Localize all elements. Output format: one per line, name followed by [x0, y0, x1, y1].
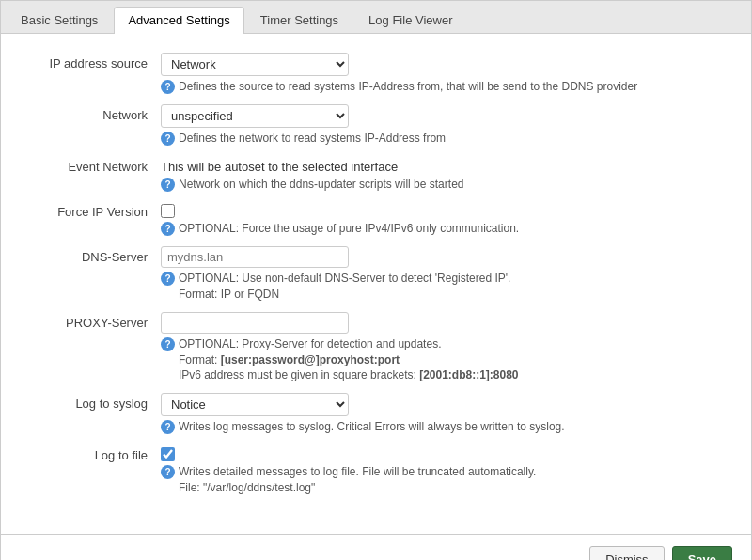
proxy-server-label: PROXY-Server [29, 312, 161, 330]
dns-server-help-text: OPTIONAL: Use non-default DNS-Server to … [179, 271, 510, 303]
content-area: IP address source Network Interface Exte… [1, 34, 751, 524]
force-ip-version-control: ? OPTIONAL: Force the usage of pure IPv4… [161, 201, 723, 237]
log-to-syslog-label: Log to syslog [29, 393, 161, 411]
proxy-server-format-value: [user:password@]proxyhost:port [221, 353, 400, 366]
main-window: Basic Settings Advanced Settings Timer S… [0, 0, 752, 560]
log-to-file-help-icon: ? [161, 465, 175, 479]
log-to-syslog-help-icon: ? [161, 420, 175, 434]
dns-server-row: DNS-Server ? OPTIONAL: Use non-default D… [29, 246, 723, 303]
network-row: Network unspecified ? Defines the networ… [29, 104, 723, 147]
proxy-server-format-prefix: Format: [179, 353, 221, 366]
network-help-text: Defines the network to read systems IP-A… [179, 131, 446, 147]
log-to-file-checkbox[interactable] [161, 447, 175, 461]
event-network-help-icon: ? [161, 178, 175, 192]
ip-address-source-row: IP address source Network Interface Exte… [29, 53, 723, 95]
tab-logfile[interactable]: Log File Viewer [354, 7, 466, 33]
proxy-server-ipv6-prefix: IPv6 address must be given in square bra… [179, 368, 419, 381]
force-ip-version-row: Force IP Version ? OPTIONAL: Force the u… [29, 201, 723, 237]
proxy-server-help-line1: OPTIONAL: Proxy-Server for detection and… [179, 336, 519, 352]
proxy-server-help-line2: Format: [user:password@]proxyhost:port [179, 352, 519, 368]
dns-server-help: ? OPTIONAL: Use non-default DNS-Server t… [161, 271, 723, 303]
footer: Dismiss Save [1, 534, 751, 560]
dns-server-label: DNS-Server [29, 246, 161, 264]
ip-address-source-select[interactable]: Network Interface External [161, 53, 349, 76]
save-button[interactable]: Save [672, 546, 732, 560]
event-network-help-text: Network on which the ddns-updater script… [179, 177, 463, 193]
log-to-syslog-row: Log to syslog Notice Info Warning Error … [29, 393, 723, 435]
event-network-label: Event Network [29, 156, 161, 174]
force-ip-version-help-icon: ? [161, 222, 175, 236]
ip-address-source-control: Network Interface External ? Defines the… [161, 53, 723, 95]
force-ip-version-help: ? OPTIONAL: Force the usage of pure IPv4… [161, 221, 723, 237]
event-network-row: Event Network This will be autoset to th… [29, 156, 723, 193]
proxy-server-help-text: OPTIONAL: Proxy-Server for detection and… [179, 336, 519, 383]
force-ip-version-label: Force IP Version [29, 201, 161, 219]
proxy-server-help-icon: ? [161, 337, 175, 351]
log-to-syslog-help: ? Writes log messages to syslog. Critica… [161, 419, 723, 435]
proxy-server-row: PROXY-Server ? OPTIONAL: Proxy-Server fo… [29, 312, 723, 383]
proxy-server-ipv6-value: [2001:db8::1]:8080 [419, 368, 518, 381]
tab-timer[interactable]: Timer Settings [246, 7, 352, 33]
ip-address-source-label: IP address source [29, 53, 161, 70]
tab-basic[interactable]: Basic Settings [7, 7, 112, 33]
log-to-file-label: Log to file [29, 444, 161, 462]
network-label: Network [29, 104, 161, 122]
force-ip-version-help-text: OPTIONAL: Force the usage of pure IPv4/I… [179, 221, 519, 237]
dns-server-input[interactable] [161, 246, 349, 268]
event-network-static: This will be autoset to the selected int… [161, 156, 723, 174]
tab-bar: Basic Settings Advanced Settings Timer S… [1, 1, 751, 34]
dns-server-help-line1: OPTIONAL: Use non-default DNS-Server to … [179, 271, 510, 287]
dns-server-help-icon: ? [161, 272, 175, 286]
network-help: ? Defines the network to read systems IP… [161, 131, 723, 147]
ip-address-source-help: ? Defines the source to read systems IP-… [161, 79, 723, 95]
network-select[interactable]: unspecified [161, 104, 349, 128]
force-ip-version-checkbox[interactable] [161, 204, 175, 218]
dns-server-control: ? OPTIONAL: Use non-default DNS-Server t… [161, 246, 723, 303]
proxy-server-help-line3: IPv6 address must be given in square bra… [179, 367, 519, 383]
log-to-file-row: Log to file ? Writes detailed messages t… [29, 444, 723, 496]
network-control: unspecified ? Defines the network to rea… [161, 104, 723, 147]
dismiss-button[interactable]: Dismiss [589, 546, 665, 560]
proxy-server-input[interactable] [161, 312, 349, 334]
log-to-file-help-line1: Writes detailed messages to log file. Fi… [179, 464, 536, 480]
proxy-server-help: ? OPTIONAL: Proxy-Server for detection a… [161, 336, 723, 383]
ip-address-source-help-icon: ? [161, 80, 175, 94]
event-network-control: This will be autoset to the selected int… [161, 156, 723, 193]
log-to-syslog-control: Notice Info Warning Error Debug ? Writes… [161, 393, 723, 435]
dns-server-help-line2: Format: IP or FQDN [179, 287, 510, 303]
ip-address-source-help-text: Defines the source to read systems IP-Ad… [179, 79, 637, 95]
log-to-syslog-select[interactable]: Notice Info Warning Error Debug [161, 393, 349, 416]
proxy-server-control: ? OPTIONAL: Proxy-Server for detection a… [161, 312, 723, 383]
log-to-file-help-line2: File: "/var/log/ddns/test.log" [179, 480, 536, 496]
log-to-file-control: ? Writes detailed messages to log file. … [161, 444, 723, 496]
network-help-icon: ? [161, 132, 175, 146]
tab-advanced[interactable]: Advanced Settings [114, 7, 243, 34]
log-to-syslog-help-text: Writes log messages to syslog. Critical … [179, 419, 565, 435]
log-to-file-help-text: Writes detailed messages to log file. Fi… [179, 464, 536, 496]
log-to-file-help: ? Writes detailed messages to log file. … [161, 464, 723, 496]
event-network-help: ? Network on which the ddns-updater scri… [161, 177, 723, 193]
